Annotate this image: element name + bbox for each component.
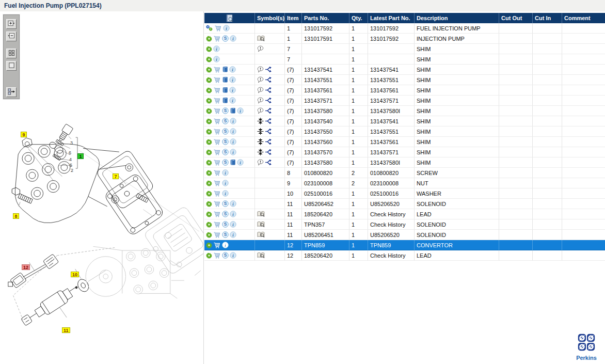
supersession-badge-icon[interactable]: S bbox=[222, 118, 229, 124]
table-row[interactable]: i11310175921131017592FUEL INJECTION PUMP bbox=[204, 23, 605, 34]
branch-arrows-icon[interactable] bbox=[265, 149, 272, 155]
note-bubble-icon[interactable] bbox=[257, 107, 264, 114]
info-icon[interactable]: i bbox=[229, 87, 236, 93]
supersession-badge-icon[interactable]: S bbox=[222, 231, 229, 238]
branch-arrows-icon[interactable] bbox=[265, 87, 272, 93]
diagram-panel[interactable]: 917812101136452 bbox=[0, 11, 204, 364]
info-icon[interactable]: i bbox=[230, 231, 236, 238]
note-bubble-icon[interactable] bbox=[257, 97, 264, 104]
supersession-icon[interactable] bbox=[257, 138, 264, 145]
branch-arrows-icon[interactable] bbox=[265, 107, 272, 114]
column-header-actions[interactable] bbox=[204, 13, 255, 23]
table-row[interactable]: Si(7)1314375501131437551SHIM bbox=[204, 126, 605, 137]
gear-icon[interactable] bbox=[206, 252, 212, 259]
branch-arrows-icon[interactable] bbox=[265, 159, 272, 166]
note-bubble-icon[interactable] bbox=[257, 87, 264, 93]
supersession-badge-icon[interactable]: S bbox=[222, 128, 229, 135]
gear-icon[interactable] bbox=[206, 118, 212, 124]
parts-book-icon[interactable] bbox=[222, 66, 228, 73]
supersession-badge-icon[interactable]: S bbox=[222, 35, 229, 42]
cart-icon[interactable] bbox=[213, 180, 221, 186]
cart-icon[interactable] bbox=[213, 66, 221, 73]
supersession-badge-icon[interactable]: S bbox=[222, 107, 229, 114]
info-icon[interactable]: i bbox=[230, 149, 236, 155]
check-history-icon[interactable] bbox=[257, 252, 265, 259]
column-header-parts[interactable]: Parts No. bbox=[302, 13, 349, 23]
cart-icon[interactable] bbox=[213, 252, 221, 259]
info-icon[interactable]: i bbox=[230, 138, 236, 145]
gear-icon[interactable] bbox=[206, 139, 212, 145]
column-header-cutin[interactable]: Cut In bbox=[533, 13, 562, 23]
check-history-icon[interactable] bbox=[257, 211, 265, 217]
callout-8[interactable]: 8 bbox=[13, 213, 19, 219]
cart-icon[interactable] bbox=[213, 107, 221, 114]
table-row[interactable]: i(7)1314375511131437551SHIM bbox=[204, 75, 605, 85]
info-icon[interactable]: i bbox=[222, 169, 229, 176]
table-row[interactable]: i100251000161025100016WASHER bbox=[204, 188, 605, 199]
parts-book-icon[interactable] bbox=[222, 76, 228, 83]
cart-icon[interactable] bbox=[213, 87, 221, 93]
cart-icon[interactable] bbox=[213, 221, 221, 228]
cart-icon[interactable] bbox=[213, 169, 221, 176]
table-row-selected[interactable]: i12TPN8591TPN859CONVERTOR bbox=[204, 240, 605, 250]
full-view-button[interactable] bbox=[6, 61, 17, 71]
supersession-badge-icon[interactable]: S bbox=[222, 252, 229, 259]
table-row[interactable]: Si(7)1314375701131437571SHIM bbox=[204, 147, 605, 157]
column-header-latest[interactable]: Latest Part No. bbox=[368, 13, 415, 23]
table-row[interactable]: Si11TPN3571Check HistorySOLENOID bbox=[204, 219, 605, 230]
table-row[interactable]: i(7)1314375711131437571SHIM bbox=[204, 96, 605, 106]
supersession-icon[interactable] bbox=[257, 128, 264, 135]
branch-arrows-icon[interactable] bbox=[265, 118, 272, 124]
info-icon[interactable]: i bbox=[230, 35, 236, 42]
info-icon[interactable]: i bbox=[229, 66, 236, 73]
info-icon[interactable]: i bbox=[230, 252, 236, 259]
gear-icon[interactable] bbox=[206, 170, 212, 176]
supersession-badge-icon[interactable]: S bbox=[222, 221, 229, 228]
gear-icon[interactable] bbox=[206, 36, 212, 42]
zoom-out-button[interactable] bbox=[6, 31, 17, 41]
gear-icon[interactable] bbox=[206, 232, 212, 238]
callout-7[interactable]: 7 bbox=[113, 173, 119, 179]
cart-icon[interactable] bbox=[213, 149, 221, 155]
gear-icon[interactable] bbox=[206, 98, 212, 104]
table-row[interactable]: i71SHIM bbox=[204, 44, 605, 54]
gear-icon[interactable] bbox=[206, 87, 212, 93]
supersession-badge-icon[interactable]: S bbox=[222, 149, 229, 155]
branch-arrows-icon[interactable] bbox=[265, 66, 272, 73]
parts-book-icon[interactable] bbox=[222, 97, 228, 104]
cart-icon[interactable] bbox=[213, 159, 221, 166]
cart-icon[interactable] bbox=[213, 35, 221, 42]
supersession-icon[interactable] bbox=[257, 149, 264, 155]
gear-icon[interactable] bbox=[206, 201, 212, 207]
info-icon[interactable]: i bbox=[230, 200, 236, 207]
callout-12[interactable]: 12 bbox=[22, 264, 30, 270]
gear-icon[interactable] bbox=[206, 67, 212, 73]
gear-icon[interactable] bbox=[206, 242, 212, 248]
cart-icon[interactable] bbox=[213, 231, 221, 238]
parts-book-icon[interactable] bbox=[230, 159, 236, 166]
callout-1[interactable]: 1 bbox=[77, 153, 84, 159]
tile-view-button[interactable] bbox=[6, 49, 17, 58]
info-icon[interactable]: i bbox=[213, 56, 220, 62]
table-row[interactable]: i(7)1314375411131437541SHIM bbox=[204, 65, 605, 75]
supersession-badge-icon[interactable]: S bbox=[222, 200, 229, 207]
info-icon[interactable]: i bbox=[213, 45, 220, 52]
note-bubble-icon[interactable] bbox=[257, 66, 264, 73]
cart-icon[interactable] bbox=[213, 200, 221, 207]
gear-icon[interactable] bbox=[206, 180, 212, 186]
gear-icon[interactable] bbox=[206, 191, 212, 197]
parts-book-icon[interactable] bbox=[222, 87, 228, 93]
column-header-comment[interactable]: Comment bbox=[562, 13, 605, 23]
callout-11[interactable]: 11 bbox=[62, 327, 70, 333]
branch-arrows-icon[interactable] bbox=[265, 76, 272, 83]
info-icon[interactable]: i bbox=[223, 25, 230, 31]
toggle-panel-button[interactable] bbox=[6, 87, 17, 97]
info-icon[interactable]: i bbox=[229, 97, 236, 104]
supersession-badge-icon[interactable]: S bbox=[222, 138, 229, 145]
gear-icon[interactable] bbox=[206, 129, 212, 135]
column-header-cutout[interactable]: Cut Out bbox=[499, 13, 533, 23]
cart-icon[interactable] bbox=[213, 190, 221, 197]
gear-icon[interactable] bbox=[206, 149, 212, 155]
table-row[interactable]: i90231000082023100008NUT bbox=[204, 178, 605, 188]
branch-arrows-icon[interactable] bbox=[265, 138, 272, 145]
